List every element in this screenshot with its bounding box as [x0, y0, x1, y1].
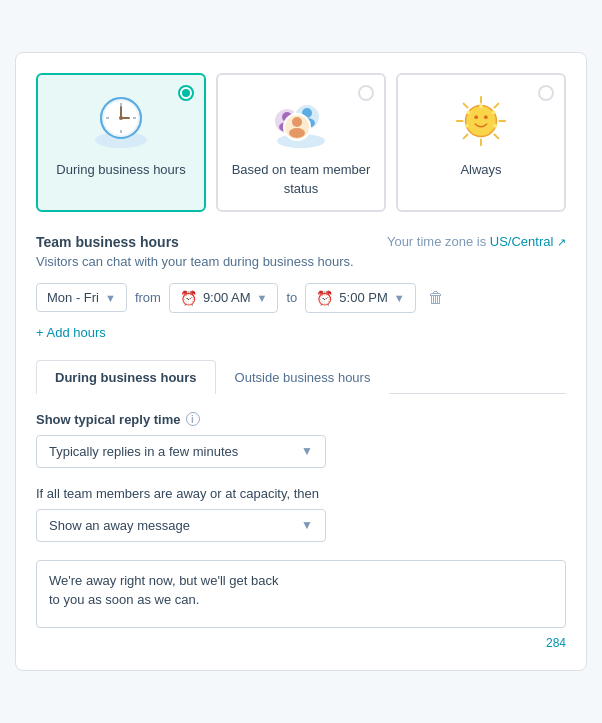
- section-description: Visitors can chat with your team during …: [36, 254, 566, 269]
- reply-time-label: Show typical reply time i: [36, 412, 566, 427]
- to-label: to: [286, 290, 297, 305]
- days-select[interactable]: Mon - Fri ▼: [36, 283, 127, 312]
- reply-time-info-icon: i: [186, 412, 200, 426]
- option-card-team-status[interactable]: Based on team member status: [216, 73, 386, 211]
- end-time-select[interactable]: ⏰ 5:00 PM ▼: [305, 283, 415, 313]
- svg-point-34: [494, 124, 498, 128]
- start-time-chevron-icon: ▼: [257, 292, 268, 304]
- svg-point-20: [289, 128, 305, 138]
- option-label-business-hours: During business hours: [56, 161, 185, 179]
- end-time-value: 5:00 PM: [339, 290, 387, 305]
- sun-illustration: [453, 93, 509, 149]
- radio-always: [538, 85, 554, 101]
- days-chevron-icon: ▼: [105, 292, 116, 304]
- external-link-icon: ↗: [557, 236, 566, 249]
- svg-point-33: [492, 111, 496, 115]
- svg-line-26: [495, 135, 499, 139]
- delete-hours-icon[interactable]: 🗑: [428, 289, 444, 307]
- away-action-value: Show an away message: [49, 518, 190, 533]
- clock-icon-area: [89, 89, 153, 153]
- add-hours-button[interactable]: + Add hours: [36, 325, 106, 340]
- start-time-value: 9:00 AM: [203, 290, 251, 305]
- svg-line-25: [464, 104, 468, 108]
- option-label-always: Always: [460, 161, 501, 179]
- svg-line-28: [464, 135, 468, 139]
- option-card-always[interactable]: Always: [396, 73, 566, 211]
- main-card: During business hours: [15, 52, 587, 670]
- svg-point-32: [479, 105, 483, 109]
- start-time-select[interactable]: ⏰ 9:00 AM ▼: [169, 283, 279, 313]
- avatars-icon-area: [269, 89, 333, 153]
- timezone-info: Your time zone is US/Central ↗: [387, 234, 566, 249]
- svg-point-10: [119, 116, 123, 120]
- tab-during-business-hours[interactable]: During business hours: [36, 360, 216, 394]
- reply-time-value: Typically replies in a few minutes: [49, 444, 238, 459]
- from-label: from: [135, 290, 161, 305]
- away-condition-label: If all team members are away or at capac…: [36, 486, 566, 501]
- avatars-illustration: [269, 93, 333, 149]
- svg-point-30: [474, 116, 478, 120]
- sun-icon-area: [449, 89, 513, 153]
- svg-point-29: [466, 106, 497, 137]
- radio-business-hours: [178, 85, 194, 101]
- option-cards-row: During business hours: [36, 73, 566, 211]
- svg-point-36: [465, 124, 469, 128]
- end-time-chevron-icon: ▼: [394, 292, 405, 304]
- clock-start-icon: ⏰: [180, 290, 197, 306]
- away-action-dropdown[interactable]: Show an away message ▼: [36, 509, 326, 542]
- reply-time-dropdown[interactable]: Typically replies in a few minutes ▼: [36, 435, 326, 468]
- reply-time-chevron-icon: ▼: [301, 444, 313, 458]
- option-label-team-status: Based on team member status: [228, 161, 374, 197]
- svg-point-19: [292, 117, 302, 127]
- svg-point-35: [467, 111, 471, 115]
- clock-illustration: [89, 92, 153, 150]
- option-card-business-hours[interactable]: During business hours: [36, 73, 206, 211]
- char-count: 284: [36, 636, 566, 650]
- tabs-row: During business hours Outside business h…: [36, 360, 566, 394]
- away-message-textarea[interactable]: We're away right now, but we'll get back…: [36, 560, 566, 628]
- svg-line-27: [495, 104, 499, 108]
- radio-team-status: [358, 85, 374, 101]
- clock-end-icon: ⏰: [316, 290, 333, 306]
- section-title: Team business hours: [36, 234, 179, 250]
- svg-point-31: [484, 116, 488, 120]
- days-value: Mon - Fri: [47, 290, 99, 305]
- away-action-chevron-icon: ▼: [301, 518, 313, 532]
- timezone-link[interactable]: US/Central: [490, 234, 554, 249]
- section-header: Team business hours Your time zone is US…: [36, 234, 566, 250]
- hours-row: Mon - Fri ▼ from ⏰ 9:00 AM ▼ to ⏰ 5:00 P…: [36, 283, 566, 313]
- tab-outside-business-hours[interactable]: Outside business hours: [216, 360, 390, 394]
